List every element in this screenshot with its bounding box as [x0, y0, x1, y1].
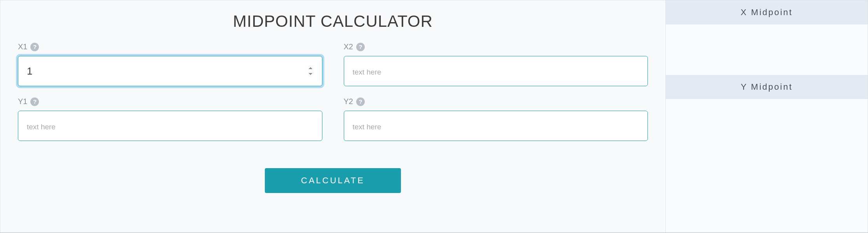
x2-input[interactable] [344, 56, 648, 86]
help-icon[interactable]: ? [356, 97, 365, 106]
field-x1: X1 ? [18, 42, 322, 86]
x-midpoint-header: X Midpoint [666, 0, 868, 24]
y1-input[interactable] [18, 111, 322, 141]
help-icon[interactable]: ? [356, 43, 365, 51]
page-title: MIDPOINT CALCULATOR [18, 12, 648, 31]
y2-input[interactable] [344, 111, 648, 141]
field-y2: Y2 ? [344, 97, 648, 141]
field-y1: Y1 ? [18, 97, 322, 141]
field-x1-label-row: X1 ? [18, 42, 322, 51]
results-panel: X Midpoint Y Midpoint [665, 0, 868, 233]
input-grid: X1 ? X2 ? Y1 ? [18, 42, 648, 141]
help-icon[interactable]: ? [30, 97, 39, 106]
app-wrapper: MIDPOINT CALCULATOR X1 ? X2 ? Y1 [0, 0, 868, 233]
main-panel: MIDPOINT CALCULATOR X1 ? X2 ? Y1 [0, 0, 665, 233]
field-y1-label-row: Y1 ? [18, 97, 322, 106]
field-y1-label: Y1 [18, 97, 27, 106]
calculate-button[interactable]: CALCULATE [265, 168, 401, 193]
field-y2-label: Y2 [344, 97, 353, 106]
field-x2: X2 ? [344, 42, 648, 86]
x1-input[interactable] [18, 56, 322, 86]
field-x1-label: X1 [18, 42, 27, 51]
y-midpoint-header: Y Midpoint [666, 75, 868, 99]
y-midpoint-value [666, 99, 868, 233]
x-midpoint-value [666, 24, 868, 75]
field-x2-label-row: X2 ? [344, 42, 648, 51]
calculate-row: CALCULATE [18, 168, 648, 193]
field-y2-label-row: Y2 ? [344, 97, 648, 106]
help-icon[interactable]: ? [30, 43, 39, 51]
field-x2-label: X2 [344, 42, 353, 51]
